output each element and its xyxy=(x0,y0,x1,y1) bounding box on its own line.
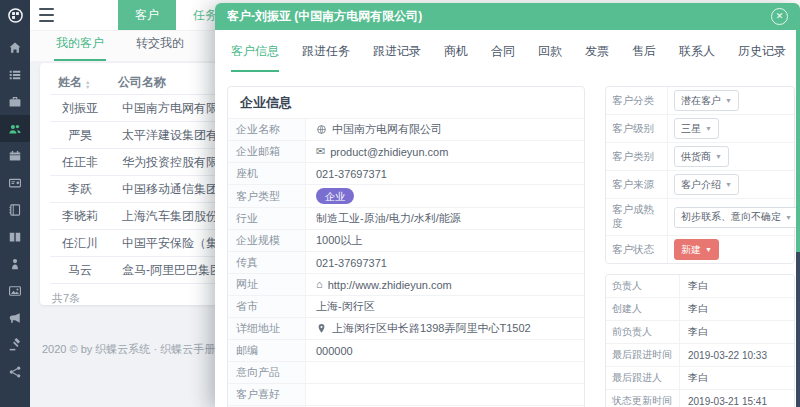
app-sidebar xyxy=(0,0,30,407)
modal-tabs: 客户信息跟进任务跟进记录商机合同回款发票售后联系人历史记录 xyxy=(231,43,800,72)
share-icon[interactable] xyxy=(0,358,30,385)
close-icon[interactable]: ✕ xyxy=(771,8,788,25)
cell-name[interactable]: 马云 xyxy=(50,257,110,284)
select-value: 供货商 xyxy=(681,150,711,164)
field-label: 企业名称 xyxy=(228,119,306,140)
select-wrap: 初步联系、意向不确定▼ xyxy=(668,204,800,231)
meta-row: 状态更新时间2019-03-21 15:41 xyxy=(606,389,794,407)
field-label: 传真 xyxy=(228,252,306,273)
select-2[interactable]: 供货商▼ xyxy=(674,146,729,167)
select-0[interactable]: 潜在客户▼ xyxy=(674,90,739,111)
field-value-text: http://www.zhidieyun.com xyxy=(328,279,452,291)
field-label: 企业邮箱 xyxy=(228,141,306,162)
detail-tab-8[interactable]: 联系人 xyxy=(679,43,715,72)
select-row: 客户状态新建▼ xyxy=(606,235,794,263)
column-header-name[interactable]: 姓名▲▼ xyxy=(50,71,110,95)
detail-tab-0[interactable]: 客户信息 xyxy=(231,43,279,72)
meta-label: 创建人 xyxy=(606,298,680,320)
home-icon[interactable] xyxy=(0,34,30,61)
chevron-down-icon: ▼ xyxy=(705,125,712,132)
nav-tab-0[interactable]: 客户 xyxy=(118,0,176,30)
calendar-icon[interactable] xyxy=(0,142,30,169)
id-card-icon[interactable] xyxy=(0,169,30,196)
chevron-down-icon: ▼ xyxy=(705,246,712,253)
select-value: 客户介绍 xyxy=(681,178,721,192)
meta-row: 前负责人李白 xyxy=(606,320,794,343)
home-icon: ⌂ xyxy=(316,279,323,290)
field-value: 上海-闵行区 xyxy=(306,296,584,317)
hamburger-menu-icon[interactable] xyxy=(39,8,54,22)
modal-scrollbar xyxy=(796,30,800,407)
section-title-company: 企业信息 xyxy=(228,87,584,118)
users-icon[interactable] xyxy=(0,115,30,142)
list-icon[interactable] xyxy=(0,61,30,88)
field-value-text: 上海闵行区申长路1398弄阿里中心T1502 xyxy=(332,321,531,336)
field-value-text: 制造工业-原油/电力/水利/能源 xyxy=(316,211,461,226)
meta-row: 最后跟进人李白 xyxy=(606,366,794,389)
address-book-icon[interactable] xyxy=(0,196,30,223)
select-row: 客户级别三星▼ xyxy=(606,114,794,142)
sort-icon[interactable]: ▲▼ xyxy=(85,80,90,89)
person-icon[interactable] xyxy=(0,250,30,277)
field-label: 详细地址 xyxy=(228,318,306,339)
select-row: 客户来源客户介绍▼ xyxy=(606,170,794,198)
cell-name[interactable]: 刘振亚 xyxy=(50,95,110,122)
detail-tab-7[interactable]: 售后 xyxy=(632,43,656,72)
modal-title: 客户-刘振亚 (中国南方电网有限公司) xyxy=(227,8,422,25)
list-tab-0[interactable]: 我的客户 xyxy=(54,29,106,61)
field-label: 意向产品 xyxy=(228,362,306,383)
field-row: 客户类型企业 xyxy=(228,184,584,207)
field-value: 中国南方电网有限公司 xyxy=(306,119,584,140)
field-value-text: 021-37697371 xyxy=(316,168,387,180)
detail-tab-2[interactable]: 跟进记录 xyxy=(373,43,421,72)
select-4[interactable]: 初步联系、意向不确定▼ xyxy=(674,207,799,228)
select-1[interactable]: 三星▼ xyxy=(674,118,719,139)
chevron-down-icon: ▼ xyxy=(725,181,732,188)
detail-tab-4[interactable]: 合同 xyxy=(491,43,515,72)
detail-tab-6[interactable]: 发票 xyxy=(585,43,609,72)
list-tab-1[interactable]: 转交我的 xyxy=(134,29,186,61)
field-value: 021-37697371 xyxy=(306,163,584,184)
field-row: 网址⌂http://www.zhidieyun.com xyxy=(228,273,584,295)
customer-meta-box: 负责人李白创建人李白前负责人李白最后跟进时间2019-03-22 10:33最后… xyxy=(605,274,795,407)
select-3[interactable]: 客户介绍▼ xyxy=(674,174,739,195)
select-value: 初步联系、意向不确定 xyxy=(681,210,781,224)
briefcase-icon[interactable] xyxy=(0,88,30,115)
cell-name[interactable]: 李跃 xyxy=(50,176,110,203)
select-wrap: 三星▼ xyxy=(668,115,794,142)
select-5[interactable]: 新建▼ xyxy=(674,239,719,260)
cell-name[interactable]: 严昊 xyxy=(50,122,110,149)
meta-label: 负责人 xyxy=(606,275,680,297)
cell-name[interactable]: 任汇川 xyxy=(50,230,110,257)
field-label: 网址 xyxy=(228,274,306,295)
detail-tab-3[interactable]: 商机 xyxy=(444,43,468,72)
field-row: 行业制造工业-原油/电力/水利/能源 xyxy=(228,207,584,229)
field-label: 客户类型 xyxy=(228,185,306,207)
field-value: ✉product@zhidieyun.com xyxy=(306,141,584,162)
detail-tab-1[interactable]: 跟进任务 xyxy=(302,43,350,72)
select-label: 客户成熟度 xyxy=(606,199,668,235)
customer-select-box: 客户分类潜在客户▼客户级别三星▼客户类别供货商▼客户来源客户介绍▼客户成熟度初步… xyxy=(605,86,795,264)
field-value: 021-37697371 xyxy=(306,252,584,273)
meta-label: 状态更新时间 xyxy=(606,390,680,407)
meta-value: 2019-03-21 15:41 xyxy=(680,392,794,407)
detail-tab-5[interactable]: 回款 xyxy=(538,43,562,72)
cell-name[interactable]: 李晓莉 xyxy=(50,203,110,230)
select-wrap: 客户介绍▼ xyxy=(668,171,794,198)
select-label: 客户分类 xyxy=(606,87,668,114)
modal-body: 企业信息 企业名称中国南方电网有限公司企业邮箱✉product@zhidieyu… xyxy=(215,83,800,407)
detail-tab-9[interactable]: 历史记录 xyxy=(738,43,786,72)
scrollbar-thumb[interactable] xyxy=(796,30,800,252)
field-value: 000000 xyxy=(306,340,584,361)
select-row: 客户分类潜在客户▼ xyxy=(606,87,794,114)
logo-icon[interactable] xyxy=(0,0,30,30)
envelope-icon: ✉ xyxy=(316,146,325,157)
image-icon[interactable] xyxy=(0,277,30,304)
gavel-icon[interactable] xyxy=(0,331,30,358)
company-info-panel: 企业信息 企业名称中国南方电网有限公司企业邮箱✉product@zhidieyu… xyxy=(227,86,585,407)
meta-row: 负责人李白 xyxy=(606,275,794,297)
megaphone-icon[interactable] xyxy=(0,304,30,331)
cell-name[interactable]: 任正非 xyxy=(50,149,110,176)
meta-row: 创建人李白 xyxy=(606,297,794,320)
columns-icon[interactable] xyxy=(0,223,30,250)
